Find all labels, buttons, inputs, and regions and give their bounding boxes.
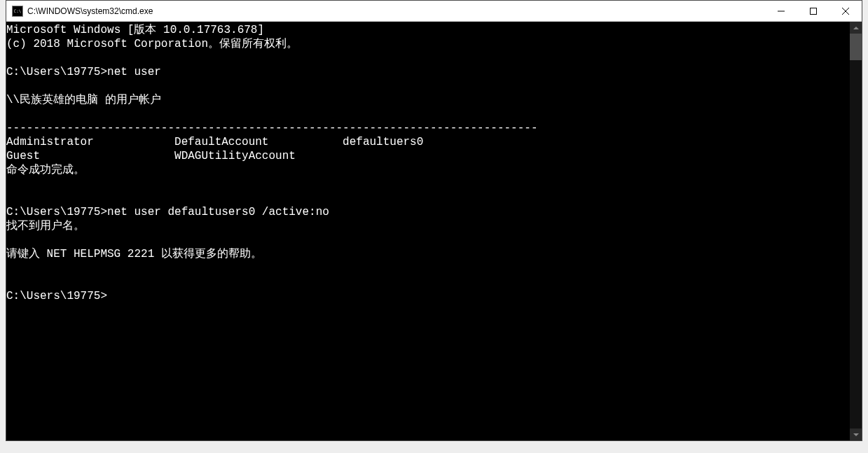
terminal-output[interactable]: Microsoft Windows [版本 10.0.17763.678] (c… xyxy=(6,22,850,440)
terminal-area: Microsoft Windows [版本 10.0.17763.678] (c… xyxy=(6,22,862,440)
app-icon xyxy=(12,6,23,17)
cmd-window: C:\WINDOWS\system32\cmd.exe Microsoft Wi… xyxy=(6,0,862,441)
minimize-button[interactable] xyxy=(765,1,797,21)
titlebar[interactable]: C:\WINDOWS\system32\cmd.exe xyxy=(6,1,862,22)
scroll-up-button[interactable] xyxy=(850,22,862,34)
scroll-down-button[interactable] xyxy=(850,428,862,440)
maximize-button[interactable] xyxy=(797,1,829,21)
maximize-icon xyxy=(810,8,817,15)
scroll-thumb[interactable] xyxy=(850,34,862,60)
window-controls xyxy=(765,1,862,21)
window-title: C:\WINDOWS\system32\cmd.exe xyxy=(27,6,765,16)
close-icon xyxy=(842,8,849,15)
close-button[interactable] xyxy=(829,1,862,21)
svg-rect-1 xyxy=(811,8,817,14)
minimize-icon xyxy=(778,8,785,15)
scrollbar[interactable] xyxy=(850,22,862,440)
